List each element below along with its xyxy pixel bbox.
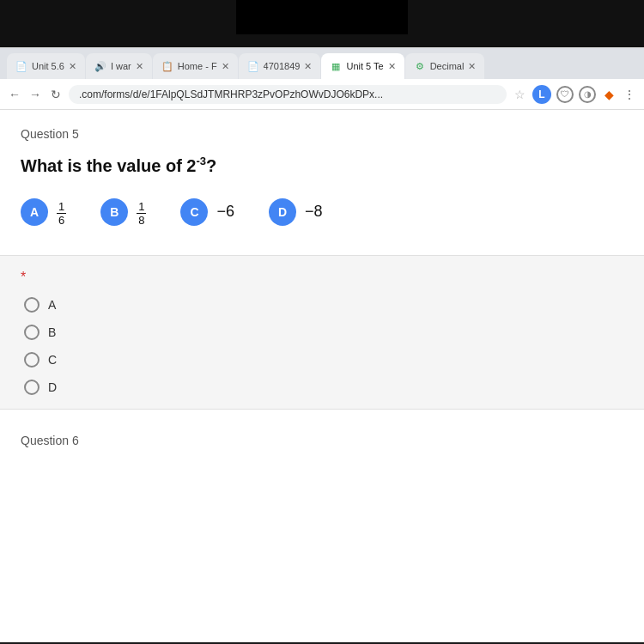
option-b: B 1 8 bbox=[100, 197, 146, 228]
menu-icon[interactable]: ⋮ bbox=[622, 87, 637, 102]
tab-home[interactable]: 📋 Home - F ✕ bbox=[153, 53, 238, 79]
radio-d[interactable] bbox=[24, 380, 39, 395]
doc-icon: 📄 bbox=[15, 60, 27, 72]
audio-icon: 🔊 bbox=[94, 60, 106, 72]
tab-decimal[interactable]: ⚙ Decimal ✕ bbox=[405, 53, 485, 79]
tab-unit5te[interactable]: ▦ Unit 5 Te ✕ bbox=[321, 53, 404, 79]
option-d: D −8 bbox=[269, 198, 323, 226]
fraction-a-num: 1 bbox=[57, 200, 66, 215]
url-input[interactable] bbox=[69, 85, 507, 104]
radio-item-c[interactable]: C bbox=[24, 352, 623, 368]
badge-a: A bbox=[21, 198, 48, 226]
badge-d: D bbox=[269, 198, 296, 226]
question-exponent: -3 bbox=[196, 155, 206, 167]
option-a: A 1 6 bbox=[21, 197, 66, 228]
back-icon[interactable]: ← bbox=[7, 87, 22, 102]
option-d-value: −8 bbox=[305, 203, 323, 221]
question-6-label: Question 6 bbox=[21, 434, 623, 447]
radio-b[interactable] bbox=[24, 325, 39, 340]
tab-iwar-close[interactable]: ✕ bbox=[136, 61, 143, 72]
option-b-value: 1 8 bbox=[137, 197, 146, 228]
tab-iwar[interactable]: 🔊 I war ✕ bbox=[86, 53, 152, 79]
tab-4701849[interactable]: 📄 4701849 ✕ bbox=[239, 53, 321, 79]
option-c: C −6 bbox=[180, 198, 234, 226]
star-icon[interactable]: ☆ bbox=[512, 87, 527, 102]
question-prefix: What is the value of 2 bbox=[21, 156, 196, 175]
tab-decimal-close[interactable]: ✕ bbox=[468, 61, 476, 72]
radio-item-a[interactable]: A bbox=[24, 297, 623, 313]
tab-home-close[interactable]: ✕ bbox=[222, 61, 229, 72]
bezel-top bbox=[0, 0, 644, 47]
radio-c-label: C bbox=[48, 353, 57, 367]
forward-icon[interactable]: → bbox=[27, 87, 43, 102]
page-content: Question 5 What is the value of 2-3? A 1… bbox=[0, 110, 644, 642]
tab-decimal-label: Decimal bbox=[430, 61, 465, 71]
option-a-value: 1 6 bbox=[57, 197, 66, 228]
vpn-icon: ◑ bbox=[579, 86, 596, 103]
fraction-a-den: 6 bbox=[57, 214, 66, 228]
question-suffix: ? bbox=[206, 156, 216, 175]
radio-b-label: B bbox=[48, 325, 56, 339]
warning-icon: ◆ bbox=[601, 87, 617, 102]
gear-icon: ⚙ bbox=[414, 60, 426, 72]
radio-item-d[interactable]: D bbox=[24, 380, 623, 395]
tab-unit5te-close[interactable]: ✕ bbox=[388, 61, 396, 72]
required-star: * bbox=[21, 270, 623, 285]
fraction-b-den: 8 bbox=[137, 214, 146, 228]
tab-4701849-close[interactable]: ✕ bbox=[304, 61, 312, 72]
address-bar: ← → ↻ ☆ L 🛡 ◑ ◆ ⋮ bbox=[0, 79, 644, 110]
badge-c: C bbox=[180, 198, 208, 226]
tab-unit56[interactable]: 📄 Unit 5.6 ✕ bbox=[7, 53, 85, 79]
grid-icon: ▦ bbox=[330, 60, 342, 72]
browser-chrome: 📄 Unit 5.6 ✕ 🔊 I war ✕ 📋 Home - F ✕ 📄 47… bbox=[0, 47, 644, 110]
options-row: A 1 6 B 1 8 C bbox=[21, 197, 623, 228]
question-label: Question 5 bbox=[21, 127, 623, 141]
fraction-b-num: 1 bbox=[137, 200, 146, 215]
radio-d-label: D bbox=[48, 380, 57, 394]
tab-unit56-close[interactable]: ✕ bbox=[69, 61, 76, 72]
radio-item-b[interactable]: B bbox=[24, 325, 623, 340]
fraction-a: 1 6 bbox=[57, 200, 66, 228]
radio-options: A B C D bbox=[24, 297, 623, 395]
question-text: What is the value of 2-3? bbox=[21, 155, 623, 176]
page-icon: 📋 bbox=[161, 60, 173, 72]
tab-iwar-label: I war bbox=[111, 61, 131, 71]
tab-home-label: Home - F bbox=[178, 61, 217, 71]
radio-a[interactable] bbox=[24, 297, 39, 313]
radio-a-label: A bbox=[48, 298, 56, 312]
doc-blue-icon: 📄 bbox=[247, 60, 259, 72]
tab-bar: 📄 Unit 5.6 ✕ 🔊 I war ✕ 📋 Home - F ✕ 📄 47… bbox=[0, 48, 644, 79]
badge-b: B bbox=[100, 198, 128, 226]
l-badge: L bbox=[532, 85, 551, 104]
tab-unit56-label: Unit 5.6 bbox=[32, 61, 64, 71]
option-c-value: −6 bbox=[216, 203, 234, 221]
dark-rectangle bbox=[236, 0, 408, 34]
shield-icon: 🛡 bbox=[556, 86, 574, 103]
tab-4701849-label: 4701849 bbox=[264, 61, 301, 71]
tab-unit5te-label: Unit 5 Te bbox=[346, 61, 383, 71]
radio-c[interactable] bbox=[24, 352, 39, 368]
fraction-b: 1 8 bbox=[137, 200, 146, 228]
reload-icon[interactable]: ↻ bbox=[48, 87, 64, 102]
